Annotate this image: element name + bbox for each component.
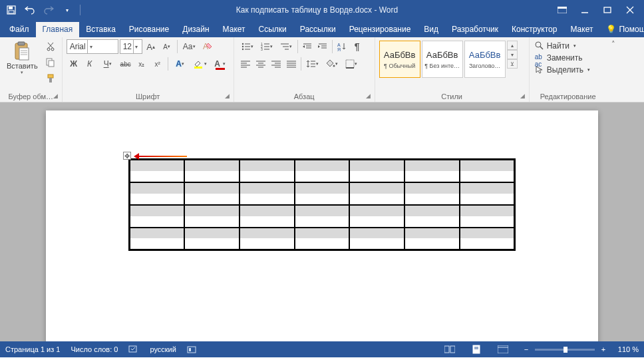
table-cell[interactable]: [184, 160, 240, 182]
word-count[interactable]: Число слов: 0: [71, 345, 118, 353]
save-icon[interactable]: [3, 1, 20, 19]
table-cell[interactable]: [240, 228, 295, 250]
print-layout-icon[interactable]: [468, 343, 484, 356]
replace-button[interactable]: abacЗаменить: [534, 53, 603, 63]
table-cell[interactable]: [130, 228, 185, 250]
text-effects-icon[interactable]: A▾: [171, 57, 190, 71]
language[interactable]: русский: [150, 345, 176, 353]
table-cell[interactable]: [184, 228, 240, 250]
subscript-button[interactable]: x₂: [134, 57, 149, 71]
table-cell[interactable]: [295, 182, 350, 205]
strikethrough-button[interactable]: abc: [118, 57, 133, 71]
bullets-icon[interactable]: ▾: [238, 39, 257, 54]
underline-button[interactable]: Ч▾: [98, 57, 117, 71]
bold-button[interactable]: Ж: [67, 57, 81, 71]
zoom-out-button[interactable]: −: [522, 345, 531, 353]
table-cell[interactable]: [404, 182, 460, 205]
table-cell[interactable]: [460, 182, 515, 205]
style-normal[interactable]: АаБбВв¶ Обычный: [379, 41, 420, 78]
font-dialog-icon[interactable]: ◢: [224, 92, 232, 100]
italic-button[interactable]: К: [82, 57, 97, 71]
table-cell[interactable]: [130, 205, 185, 228]
show-marks-icon[interactable]: ¶: [350, 39, 365, 54]
table-cell[interactable]: [349, 182, 404, 205]
decrease-indent-icon[interactable]: [300, 39, 315, 54]
tell-me[interactable]: 💡Помощн: [599, 22, 644, 37]
styles-dialog-icon[interactable]: ◢: [519, 92, 527, 100]
align-right-icon[interactable]: [269, 57, 283, 71]
tab-layout[interactable]: Макет: [216, 22, 252, 37]
table-cell[interactable]: [349, 205, 404, 228]
grow-font-icon[interactable]: A▴: [144, 39, 158, 54]
align-center-icon[interactable]: [253, 57, 268, 71]
table-cell[interactable]: [404, 228, 460, 250]
table-cell[interactable]: [460, 228, 515, 250]
read-mode-icon[interactable]: [442, 343, 458, 356]
table-cell[interactable]: [295, 228, 350, 250]
numbering-icon[interactable]: 123▾: [257, 39, 276, 54]
font-name-combo[interactable]: Arial▾: [67, 39, 118, 54]
select-button[interactable]: Выделить▾: [534, 65, 603, 75]
style-heading1[interactable]: АаБбВвЗаголово…: [464, 41, 506, 78]
paragraph-dialog-icon[interactable]: ◢: [365, 92, 373, 100]
tab-references[interactable]: Ссылки: [252, 22, 293, 37]
sort-icon[interactable]: AЯ: [335, 39, 349, 54]
table-cell[interactable]: [295, 160, 350, 182]
format-painter-icon[interactable]: [43, 71, 58, 86]
table-cell[interactable]: [240, 182, 295, 205]
close-icon[interactable]: [619, 1, 641, 19]
document-table[interactable]: [128, 158, 516, 251]
multilevel-icon[interactable]: ▾: [277, 39, 295, 54]
redo-icon[interactable]: [40, 1, 57, 19]
styles-up-icon[interactable]: ▴: [507, 41, 518, 50]
table-cell[interactable]: [184, 205, 240, 228]
highlight-icon[interactable]: ▾: [191, 57, 210, 71]
table-move-handle-icon[interactable]: ✥: [123, 152, 131, 160]
font-color-icon[interactable]: A▾: [211, 57, 230, 71]
qat-customize-icon[interactable]: ▾: [59, 1, 76, 19]
shading-icon[interactable]: ▾: [323, 57, 341, 71]
tab-view[interactable]: Вид: [417, 22, 445, 37]
tab-draw[interactable]: Рисование: [122, 22, 176, 37]
collapse-ribbon-icon[interactable]: ˄: [611, 40, 615, 49]
zoom-level[interactable]: 110 %: [612, 345, 639, 353]
web-layout-icon[interactable]: [495, 343, 511, 356]
borders-icon[interactable]: ▾: [342, 57, 361, 71]
spellcheck-icon[interactable]: [128, 345, 139, 354]
table-cell[interactable]: [240, 205, 295, 228]
increase-indent-icon[interactable]: [315, 39, 330, 54]
tab-review[interactable]: Рецензирование: [343, 22, 418, 37]
macro-icon[interactable]: [187, 345, 196, 354]
shrink-font-icon[interactable]: A▾: [160, 39, 174, 54]
justify-icon[interactable]: [284, 57, 299, 71]
tab-file[interactable]: Файл: [3, 22, 36, 37]
style-nospacing[interactable]: АаБбВв¶ Без инте…: [422, 41, 463, 78]
table-cell[interactable]: [130, 182, 185, 205]
styles-more-icon[interactable]: ⊻: [507, 59, 518, 69]
superscript-button[interactable]: x²: [150, 57, 165, 71]
font-size-combo[interactable]: 12▾: [120, 39, 142, 54]
styles-down-icon[interactable]: ▾: [507, 50, 518, 59]
tab-developer[interactable]: Разработчик: [445, 22, 505, 37]
zoom-slider[interactable]: [535, 349, 595, 351]
table-cell[interactable]: [460, 160, 515, 182]
clipboard-dialog-icon[interactable]: ◢: [52, 92, 60, 100]
tab-design[interactable]: Дизайн: [176, 22, 216, 37]
align-left-icon[interactable]: [238, 57, 253, 71]
maximize-icon[interactable]: [596, 1, 619, 19]
copy-icon[interactable]: [43, 55, 58, 70]
find-button[interactable]: Найти▾: [534, 41, 603, 51]
undo-icon[interactable]: [21, 1, 39, 19]
table-cell[interactable]: [240, 160, 295, 182]
tab-mailings[interactable]: Рассылки: [293, 22, 343, 37]
table-cell[interactable]: [460, 205, 515, 228]
table-cell[interactable]: [295, 205, 350, 228]
table-cell[interactable]: [404, 160, 460, 182]
cut-icon[interactable]: [43, 39, 58, 54]
tab-table-layout[interactable]: Макет: [564, 22, 599, 37]
styles-gallery-controls[interactable]: ▴▾⊻: [507, 41, 518, 69]
table-cell[interactable]: [349, 160, 404, 182]
tab-table-constructor[interactable]: Конструктор: [505, 22, 564, 37]
zoom-in-button[interactable]: +: [599, 345, 608, 353]
ribbon-display-icon[interactable]: [551, 1, 573, 19]
